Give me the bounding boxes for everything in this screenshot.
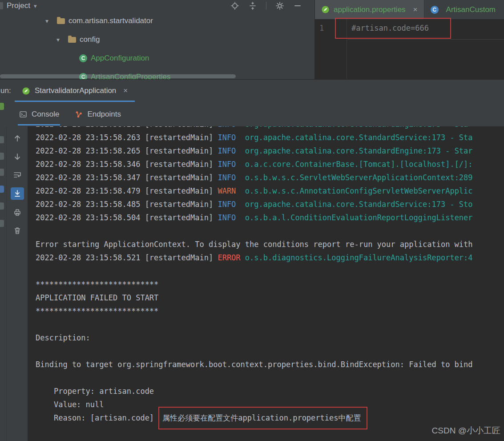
tree-item-appconfiguration-class[interactable]: C AppConfiguration — [0, 49, 314, 68]
annotation-box — [335, 18, 451, 39]
collapse-all-button[interactable] — [248, 1, 257, 10]
console-line: 2022-02-28 23:15:58.347 [restartedMain] … — [36, 171, 504, 184]
run-views-row: Console Endpoints — [0, 102, 504, 126]
run-tab-startvalidatorapplication[interactable]: StartvalidatorApplication × — [15, 80, 135, 102]
project-header-actions — [230, 1, 308, 10]
tab-endpoints[interactable]: Endpoints — [73, 102, 122, 126]
print-button[interactable] — [12, 206, 23, 218]
scroll-to-end-icon — [13, 189, 22, 198]
toolbar-fragment-icon[interactable] — [0, 169, 4, 176]
arrow-up-icon — [13, 134, 22, 143]
tree-item-config-package[interactable]: ▾ config — [0, 30, 314, 49]
project-window-icon — [0, 2, 3, 9]
close-icon[interactable]: × — [413, 5, 418, 14]
console-line: 2022-02-28 23:15:58.521 [restartedMain] … — [36, 251, 504, 264]
console-line — [36, 371, 504, 384]
caret-row-line — [347, 39, 504, 40]
project-panel-header: Project ▾ — [0, 0, 314, 12]
collapse-icon — [248, 1, 257, 10]
tab-artisancustom[interactable]: C ArtisanCustom — [424, 0, 502, 19]
toolbar-fragment-icon[interactable] — [0, 103, 4, 110]
hide-panel-button[interactable] — [293, 1, 302, 10]
arrow-down-icon — [13, 152, 22, 161]
class-icon: C — [431, 6, 439, 14]
console-line: 2022-02-28 23:15:58.504 [restartedMain] … — [36, 211, 504, 224]
console-output-area[interactable]: 2022-02-28 23:15:58.261 [restartedMain] … — [28, 126, 504, 441]
console-line: Reason: [artisan.code] 属性必须要在配置文件applica… — [36, 411, 504, 425]
spring-leaf-icon — [321, 5, 330, 14]
console-line — [36, 344, 504, 358]
console-line — [36, 318, 504, 331]
class-icon: C — [79, 54, 87, 62]
toolbar-fragment-icon[interactable] — [0, 136, 4, 143]
endpoints-icon — [74, 110, 83, 119]
printer-icon — [13, 208, 22, 217]
ide-window: Project ▾ — [0, 0, 504, 441]
trash-icon — [13, 226, 22, 235]
console-line: Property: artisan.code — [36, 384, 504, 398]
console-left-toolbar — [0, 126, 28, 441]
console-line: 2022-02-28 23:15:58.485 [restartedMain] … — [36, 198, 504, 211]
console-line: *************************** — [36, 304, 504, 318]
console-line: 2022-02-28 23:15:58.479 [restartedMain] … — [36, 184, 504, 198]
run-tool-window: un: StartvalidatorApplication × Console — [0, 79, 504, 441]
tab-label: Console — [32, 110, 59, 119]
folder-icon — [57, 18, 65, 24]
console-line: Binding to target org.springframework.bo… — [36, 358, 504, 371]
editor-tab-strip: application.properties × C ArtisanCustom — [315, 0, 504, 19]
tab-console[interactable]: Console — [18, 102, 60, 126]
console-line: 2022-02-28 23:15:58.346 [restartedMain] … — [36, 158, 504, 171]
close-icon[interactable]: × — [123, 86, 128, 95]
jump-to-bottom-button[interactable] — [12, 151, 23, 162]
folder-icon — [68, 37, 76, 43]
console-line — [36, 264, 504, 278]
tree-item-label: config — [80, 35, 100, 44]
spring-boot-icon — [22, 87, 30, 95]
run-label: un: — [0, 86, 15, 95]
annotation-box: 属性必须要在配置文件application.properties中配置 — [158, 407, 367, 429]
locate-file-button[interactable] — [230, 1, 239, 10]
console-line: Error starting ApplicationContext. To di… — [36, 238, 504, 251]
tab-label: ArtisanCustom — [446, 5, 496, 14]
chevron-down-icon[interactable]: ▾ — [45, 17, 57, 24]
console-output: 2022-02-28 23:15:58.263 [restartedMain] … — [36, 131, 504, 425]
tab-application-properties[interactable]: application.properties × — [315, 0, 424, 19]
console-line — [36, 224, 504, 238]
soft-wrap-button[interactable] — [12, 169, 23, 181]
csdn-watermark: CSDN @小小工匠 — [432, 425, 500, 437]
toolbar-fragment-icon[interactable] — [0, 220, 4, 227]
top-section: Project ▾ — [0, 0, 504, 79]
clear-console-button[interactable] — [12, 225, 23, 236]
scroll-to-end-button[interactable] — [11, 187, 24, 200]
project-panel: Project ▾ — [0, 0, 315, 79]
tab-label: Endpoints — [87, 110, 121, 119]
target-icon — [230, 1, 239, 10]
console-clipped-line: 2022-02-28 23:15:58.261 [restartedMain] … — [36, 126, 504, 131]
settings-button[interactable] — [275, 1, 284, 10]
console-icon — [19, 110, 28, 119]
chevron-down-icon[interactable]: ▾ — [56, 36, 68, 43]
header-separator — [266, 2, 266, 10]
tree-item-label: AppConfiguration — [91, 54, 149, 63]
tab-label: application.properties — [334, 5, 406, 14]
run-header: un: StartvalidatorApplication × — [0, 80, 504, 102]
console-line: 2022-02-28 23:15:58.265 [restartedMain] … — [36, 144, 504, 158]
tree-item-label: com.artisan.startvalidator — [69, 16, 153, 25]
toolbar-fragment-icon[interactable] — [0, 186, 4, 193]
console-line: 2022-02-28 23:15:58.263 [restartedMain] … — [36, 131, 504, 144]
console-line: 2022-02-28 23:15:58.261 [restartedMain] … — [36, 126, 504, 131]
horizontal-scrollbar-thumb[interactable] — [0, 74, 236, 78]
console-line: *************************** — [36, 278, 504, 291]
console-line: Description: — [36, 331, 504, 344]
minimize-icon — [293, 1, 302, 10]
toolbar-fragment-icon[interactable] — [0, 202, 4, 210]
tree-item-startvalidator-package[interactable]: ▾ com.artisan.startvalidator — [0, 12, 314, 30]
jump-to-top-button[interactable] — [12, 133, 23, 144]
project-tree: ▾ com.artisan.startvalidator ▾ config C … — [0, 12, 314, 79]
console-line: APPLICATION FAILED TO START — [36, 291, 504, 304]
toolbar-fragment-icon[interactable] — [0, 153, 4, 160]
gear-icon — [275, 1, 284, 10]
run-body: 2022-02-28 23:15:58.261 [restartedMain] … — [0, 126, 504, 441]
chevron-down-icon[interactable]: ▾ — [34, 3, 37, 9]
soft-wrap-icon — [13, 170, 22, 179]
